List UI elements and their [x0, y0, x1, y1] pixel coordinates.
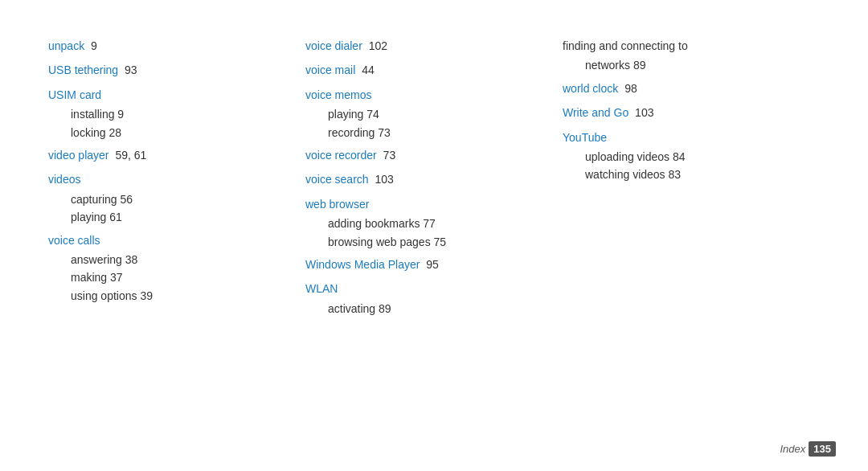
sub-entry: browsing web pages 75 — [305, 233, 563, 251]
column-2: voice dialer 102voice mail 44voice memos… — [305, 32, 563, 439]
link-wlan[interactable]: WLAN — [305, 282, 338, 295]
column-1: unpack 9USB tethering 93USIM cardinstall… — [48, 32, 305, 439]
entry-unpack: unpack 9 — [48, 37, 305, 55]
link-voice-memos[interactable]: voice memos — [305, 88, 371, 101]
pagenum-windows-media-player: 95 — [423, 258, 438, 271]
link-usb-tethering[interactable]: USB tethering — [48, 63, 118, 76]
sub-entry: uploading videos 84 — [563, 148, 820, 166]
entry-voice-memos: voice memos — [305, 86, 563, 104]
pagenum-voice-recorder: 73 — [380, 149, 395, 162]
sub-entry: making 37 — [48, 268, 305, 286]
entry-video-player: video player 59, 61 — [48, 146, 305, 164]
link-world-clock[interactable]: world clock — [563, 82, 618, 95]
entry-usb-tethering: USB tethering 93 — [48, 61, 305, 79]
footer-page: 135 — [809, 441, 836, 457]
sub-entry: playing 74 — [305, 105, 563, 123]
sub-entry: installing 9 — [48, 105, 305, 123]
link-write-and-go[interactable]: Write and Go — [563, 106, 628, 119]
link-voice-recorder[interactable]: voice recorder — [305, 149, 377, 162]
entry-world-clock: world clock 98 — [563, 80, 820, 97]
entry-web-browser: web browser — [305, 195, 563, 213]
pagenum-voice-dialer: 102 — [366, 39, 387, 52]
footer-label: Index — [780, 443, 805, 455]
sub-entry: recording 73 — [305, 124, 563, 141]
entry-windows-media-player: Windows Media Player 95 — [305, 256, 563, 273]
link-voice-dialer[interactable]: voice dialer — [305, 39, 362, 52]
link-usim-card[interactable]: USIM card — [48, 88, 101, 101]
static-finding-networks: finding and connecting to — [563, 39, 688, 52]
sub-entry: activating 89 — [305, 300, 563, 317]
sub-entry: using options 39 — [48, 287, 305, 305]
index-container: unpack 9USB tethering 93USIM cardinstall… — [0, 0, 868, 471]
entry-write-and-go: Write and Go 103 — [563, 104, 820, 121]
entry-voice-search: voice search 103 — [305, 170, 563, 188]
sub-entry: locking 28 — [48, 124, 305, 141]
pagenum-usb-tethering: 93 — [121, 63, 137, 76]
link-voice-mail[interactable]: voice mail — [305, 63, 355, 76]
entry-youtube: YouTube — [563, 129, 820, 146]
pagenum-video-player: 59, 61 — [113, 149, 147, 162]
pagenum-world-clock: 98 — [621, 82, 637, 95]
link-voice-calls[interactable]: voice calls — [48, 234, 100, 247]
entry-finding-networks: finding and connecting to — [563, 37, 820, 55]
entry-voice-calls: voice calls — [48, 231, 305, 249]
sub-entry: playing 61 — [48, 208, 305, 226]
pagenum-write-and-go: 103 — [632, 106, 653, 119]
entry-voice-mail: voice mail 44 — [305, 61, 563, 79]
sub-entry: watching videos 83 — [563, 166, 820, 183]
link-youtube[interactable]: YouTube — [563, 131, 607, 144]
entry-voice-recorder: voice recorder 73 — [305, 146, 563, 164]
link-unpack[interactable]: unpack — [48, 39, 84, 52]
pagenum-unpack: 9 — [88, 39, 97, 52]
sub-entry: adding bookmarks 77 — [305, 215, 563, 232]
link-video-player[interactable]: video player — [48, 149, 109, 162]
sub-entry: networks 89 — [563, 56, 820, 74]
sub-entry: capturing 56 — [48, 190, 305, 208]
entry-usim-card: USIM card — [48, 86, 305, 104]
link-web-browser[interactable]: web browser — [305, 198, 369, 211]
pagenum-voice-search: 103 — [372, 173, 394, 186]
entry-wlan: WLAN — [305, 280, 563, 297]
entry-videos: videos — [48, 170, 305, 188]
pagenum-voice-mail: 44 — [358, 63, 374, 76]
link-voice-search[interactable]: voice search — [305, 173, 369, 186]
link-videos[interactable]: videos — [48, 173, 80, 186]
sub-entry: answering 38 — [48, 251, 305, 268]
column-3: finding and connecting tonetworks 89worl… — [563, 32, 820, 439]
entry-voice-dialer: voice dialer 102 — [305, 37, 563, 55]
link-windows-media-player[interactable]: Windows Media Player — [305, 258, 420, 271]
footer: Index 135 — [780, 441, 836, 457]
